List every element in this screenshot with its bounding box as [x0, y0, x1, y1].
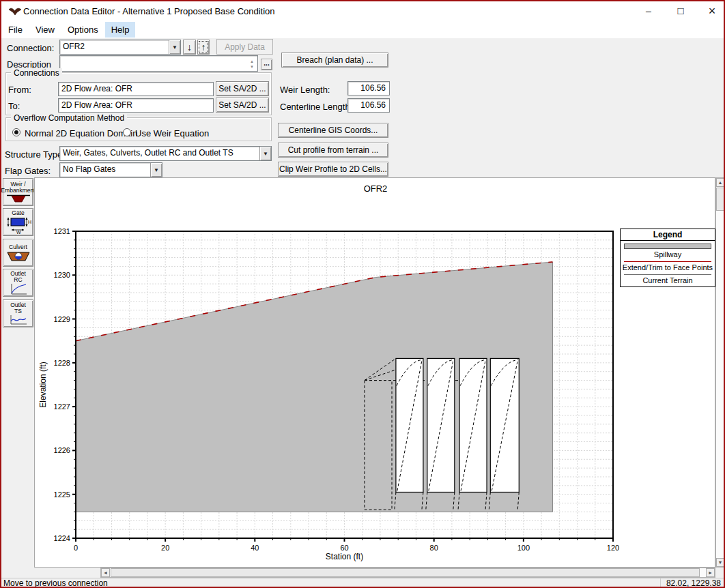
flap-gates-label: Flap Gates:: [5, 166, 51, 176]
close-button[interactable]: ×: [700, 1, 724, 20]
minimize-button[interactable]: –: [637, 1, 660, 20]
weir-profile-plot[interactable]: 0204060801001201224122512261227122812291…: [35, 178, 716, 568]
svg-text:100: 100: [517, 544, 530, 552]
menu-options[interactable]: Options: [61, 22, 104, 38]
horizontal-scroll-thumb[interactable]: [111, 568, 700, 577]
set-sa2d-to-button[interactable]: Set SA/2D ...: [216, 98, 269, 113]
previous-connection-button[interactable]: ↑: [197, 40, 210, 55]
face-points-swatch: [624, 261, 711, 262]
normal-2d-radio-label[interactable]: Normal 2D Equation Domain: [25, 128, 137, 138]
connection-label: Connection:: [7, 43, 54, 53]
menubar: File View Options Help: [1, 20, 724, 38]
chevron-down-icon[interactable]: ▼: [259, 147, 271, 160]
svg-text:1230: 1230: [54, 271, 70, 279]
from-field[interactable]: 2D Flow Area: OFR: [58, 82, 214, 96]
set-sa2d-from-button[interactable]: Set SA/2D ...: [216, 81, 269, 96]
svg-text:1226: 1226: [54, 446, 70, 454]
apply-data-button[interactable]: Apply Data: [216, 39, 273, 55]
svg-text:1228: 1228: [54, 359, 70, 367]
svg-text:0: 0: [74, 544, 78, 552]
titlebar: Connection Data Editor - Alternative 1 P…: [1, 1, 724, 20]
legend-title: Legend: [621, 229, 715, 241]
outlet-rc-tool-button[interactable]: Outlet RC: [3, 269, 33, 297]
centerline-gis-coords-button[interactable]: Centerline GIS Coords...: [278, 123, 388, 138]
gate-tool-button[interactable]: Gate H W: [3, 208, 33, 236]
status-message: Move to previous connection: [3, 578, 108, 588]
legend-entry-face-points: Extend/Trim to Face Points: [621, 263, 715, 272]
svg-text:40: 40: [251, 544, 259, 552]
from-label: From:: [8, 85, 31, 95]
terrain-swatch: [624, 274, 711, 275]
scroll-left-icon[interactable]: ◄: [101, 568, 110, 577]
to-label: To:: [8, 101, 20, 111]
next-connection-button[interactable]: ↓: [183, 40, 196, 55]
description-input[interactable]: ▴▾: [59, 55, 258, 72]
centerline-length-value: 106.56: [347, 98, 390, 113]
connection-data-editor-window: Connection Data Editor - Alternative 1 P…: [0, 0, 725, 588]
chevron-down-icon[interactable]: ▼: [150, 163, 162, 177]
spinner-down-icon: ▾: [251, 64, 253, 70]
svg-text:120: 120: [607, 544, 619, 552]
maximize-button[interactable]: □: [669, 1, 692, 20]
outlet-rc-icon: [10, 283, 27, 295]
vertical-scrollbar[interactable]: ▲ ▼: [715, 177, 725, 568]
svg-text:1231: 1231: [54, 227, 70, 235]
svg-text:1225: 1225: [54, 490, 70, 499]
cut-profile-from-terrain-button[interactable]: Cut profile from terrain ...: [278, 143, 388, 158]
normal-2d-radio[interactable]: [12, 128, 20, 136]
weir-embankment-icon: [6, 194, 31, 203]
overflow-method-group-title: Overflow Computation Method: [11, 113, 127, 123]
weir-embankment-tool-button[interactable]: Weir / Embankment: [3, 178, 33, 206]
spinner-up-icon: ▴: [251, 59, 253, 64]
legend-entry-terrain: Current Terrain: [621, 276, 715, 285]
app-icon: [8, 7, 22, 16]
window-title: Connection Data Editor - Alternative 1 P…: [23, 6, 275, 16]
use-weir-equation-radio-label[interactable]: Use Weir Equation: [135, 128, 209, 138]
culvert-tool-button[interactable]: Culvert: [3, 239, 33, 267]
svg-text:1229: 1229: [54, 315, 70, 323]
svg-text:80: 80: [430, 544, 438, 552]
menu-view[interactable]: View: [29, 22, 61, 38]
weir-length-value: 106.56: [347, 81, 390, 95]
weir-profile-chart[interactable]: 0204060801001201224122512261227122812291…: [34, 177, 715, 568]
menu-help[interactable]: Help: [105, 22, 136, 38]
connection-combobox[interactable]: OFR2 ▼: [59, 40, 181, 55]
menu-file[interactable]: File: [2, 22, 29, 38]
statusbar: Move to previous connection 82.02, 1229.…: [1, 578, 724, 588]
cursor-coordinates: 82.02, 1229.38: [660, 578, 721, 588]
horizontal-scrollbar[interactable]: ◄ ►: [100, 568, 715, 578]
description-ellipsis-button[interactable]: ...: [261, 59, 272, 70]
up-arrow-icon: ↑: [201, 42, 206, 53]
outlet-ts-tool-button[interactable]: Outlet TS: [3, 299, 33, 327]
svg-text:Elevation (ft): Elevation (ft): [38, 362, 48, 407]
gate-opening: [490, 358, 519, 492]
svg-text:H: H: [28, 220, 31, 224]
outlet-ts-icon: [10, 314, 27, 325]
scroll-down-icon[interactable]: ▼: [716, 558, 724, 567]
connection-value: OFR2: [60, 40, 169, 54]
scroll-right-icon[interactable]: ►: [706, 568, 715, 577]
description-spinner[interactable]: ▴▾: [248, 57, 256, 70]
svg-text:1227: 1227: [54, 402, 70, 411]
use-weir-equation-radio[interactable]: [123, 128, 131, 136]
gate-icon: H W: [5, 216, 31, 234]
to-field[interactable]: 2D Flow Area: OFR: [58, 98, 214, 113]
svg-text:W: W: [16, 230, 21, 234]
structure-type-combobox[interactable]: Weir, Gates, Culverts, Outlet RC and Out…: [59, 146, 272, 161]
chevron-down-icon[interactable]: ▼: [169, 40, 180, 54]
gate-opening: [459, 358, 487, 492]
gate-opening: [427, 358, 455, 492]
structure-type-label: Structure Type:: [5, 149, 65, 160]
svg-text:Station (ft): Station (ft): [326, 552, 363, 561]
gate-opening: [396, 358, 423, 492]
scroll-up-icon[interactable]: ▲: [716, 178, 724, 187]
chart-legend: Legend Spillway Extend/Trim to Face Poin…: [620, 229, 715, 287]
breach-plan-data-button[interactable]: Breach (plan data) ...: [281, 53, 388, 68]
svg-text:20: 20: [161, 544, 169, 552]
flap-gates-combobox[interactable]: No Flap Gates ▼: [59, 162, 162, 177]
clip-weir-profile-button[interactable]: Clip Weir Profile to 2D Cells...: [278, 162, 388, 177]
vertical-scroll-thumb[interactable]: [716, 188, 724, 211]
connections-group-title: Connections: [11, 68, 62, 78]
svg-text:60: 60: [340, 544, 348, 552]
svg-text:1224: 1224: [54, 534, 70, 542]
